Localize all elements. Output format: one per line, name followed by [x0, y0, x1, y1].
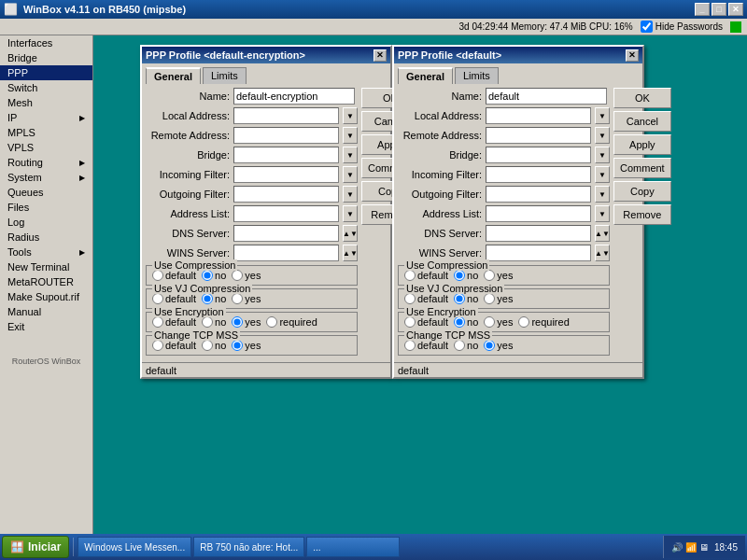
dialog1-close-btn[interactable]: ✕ — [374, 49, 387, 62]
dialog1-bridge-dropdown[interactable]: ▼ — [343, 147, 358, 163]
dialog2-cancel-button[interactable]: Cancel — [613, 111, 671, 132]
dialog1-incoming-dropdown[interactable]: ▼ — [343, 166, 358, 183]
dialog2-incoming-dropdown[interactable]: ▼ — [595, 166, 610, 183]
dialog1-local-dropdown[interactable]: ▼ — [343, 107, 358, 124]
dialog1-incoming-input[interactable] — [233, 166, 339, 183]
dialog1-compression-yes-radio[interactable] — [232, 270, 243, 281]
dialog2-outgoing-input[interactable] — [486, 186, 591, 203]
dialog1-mss-no-radio[interactable] — [202, 340, 213, 351]
taskbar-item-messenger[interactable]: Windows Live Messen... — [78, 537, 191, 557]
dialog2-remote-dropdown[interactable]: ▼ — [595, 127, 610, 144]
dialog2-mss-yes-radio[interactable] — [484, 340, 495, 351]
sidebar-item-vpls[interactable]: VPLS — [0, 140, 92, 155]
dialog2-wins-input[interactable] — [486, 245, 591, 261]
dialog1-compression-no-radio[interactable] — [202, 270, 213, 281]
dialog1-enc-yes-radio[interactable] — [232, 316, 243, 328]
dialog1-outgoing-input[interactable] — [233, 186, 339, 203]
dialog2-bridge-input[interactable] — [486, 147, 591, 163]
dialog1-vj-no-radio[interactable] — [202, 293, 213, 304]
sidebar-item-metarouter[interactable]: MetaROUTER — [0, 274, 92, 289]
dialog2-dns-dropdown[interactable]: ▲▼ — [595, 225, 610, 242]
dialog2-close-btn[interactable]: ✕ — [626, 49, 639, 62]
dialog2-mss-default-radio[interactable] — [404, 340, 416, 351]
dialog2-local-dropdown[interactable]: ▼ — [595, 107, 610, 124]
close-btn[interactable]: ✕ — [728, 3, 743, 16]
dialog1-wins-dropdown[interactable]: ▲▼ — [343, 245, 358, 261]
dialog2-vj-no-radio[interactable] — [454, 293, 465, 304]
sidebar-item-make-supout[interactable]: Make Supout.rif — [0, 289, 92, 304]
dialog1-tab-general[interactable]: General — [146, 67, 201, 84]
dialog1-tab-limits[interactable]: Limits — [203, 67, 247, 84]
dialog1-compression-default-radio[interactable] — [152, 270, 163, 281]
sidebar-item-ip[interactable]: IP ▶ — [0, 110, 92, 125]
sidebar-item-mesh[interactable]: Mesh — [0, 95, 92, 110]
sidebar-item-log[interactable]: Log — [0, 215, 92, 230]
dialog2-vj-default-radio[interactable] — [404, 293, 416, 304]
sidebar-item-manual[interactable]: Manual — [0, 304, 92, 319]
dialog1-bridge-input[interactable] — [233, 147, 339, 163]
sidebar-item-system[interactable]: System ▶ — [0, 170, 92, 185]
dialog2-remote-input[interactable] — [486, 127, 591, 144]
dialog2-wins-dropdown[interactable]: ▲▼ — [595, 245, 610, 261]
sidebar-item-queues[interactable]: Queues — [0, 185, 92, 200]
dialog2-enc-default-radio[interactable] — [404, 316, 416, 328]
taskbar-item-other[interactable]: ... — [306, 537, 400, 557]
dialog1-remote-dropdown[interactable]: ▼ — [343, 127, 358, 144]
sidebar-item-tools[interactable]: Tools ▶ — [0, 245, 92, 259]
dialog2-address-list-dropdown[interactable]: ▼ — [595, 205, 610, 222]
dialog2-outgoing-dropdown[interactable]: ▼ — [595, 186, 610, 203]
hide-passwords-checkbox[interactable] — [641, 21, 653, 33]
dialog2-mss-no-radio[interactable] — [454, 340, 465, 351]
sidebar-item-switch[interactable]: Switch — [0, 80, 92, 95]
sidebar-item-mpls[interactable]: MPLS — [0, 125, 92, 140]
dialog2-enc-yes-radio[interactable] — [484, 316, 495, 328]
dialog2-incoming-input[interactable] — [486, 166, 591, 183]
sidebar-item-files[interactable]: Files — [0, 200, 92, 215]
dialog2-compression-default-radio[interactable] — [404, 270, 416, 281]
dialog1-outgoing-dropdown[interactable]: ▼ — [343, 186, 358, 203]
dialog2-compression-no-radio[interactable] — [454, 270, 465, 281]
dialog1-vj-default-radio[interactable] — [152, 293, 163, 304]
dialog1-enc-no-radio[interactable] — [202, 316, 213, 328]
maximize-btn[interactable]: □ — [712, 3, 726, 16]
dialog2-name-input[interactable] — [486, 88, 607, 105]
dialog1-enc-default-radio[interactable] — [152, 316, 163, 328]
dialog1-local-input[interactable] — [233, 107, 339, 124]
sidebar-item-exit[interactable]: Exit — [0, 319, 92, 334]
dialog1-enc-required-radio[interactable] — [266, 316, 277, 328]
sidebar-item-radius[interactable]: Radius — [0, 230, 92, 245]
minimize-btn[interactable]: _ — [695, 3, 710, 16]
dialog2-bridge-dropdown[interactable]: ▼ — [595, 147, 610, 163]
dialog2-vj-yes-radio[interactable] — [484, 293, 495, 304]
dialog1-mss-default-radio[interactable] — [152, 340, 163, 351]
sidebar-item-bridge[interactable]: Bridge — [0, 50, 92, 65]
dialog2-apply-button[interactable]: Apply — [613, 134, 671, 155]
dialog2-compression-yes-radio[interactable] — [484, 270, 495, 281]
dialog2-remove-button[interactable]: Remove — [613, 204, 671, 225]
dialog1-remote-input[interactable] — [233, 127, 339, 144]
dialog1-mss-yes-radio[interactable] — [232, 340, 243, 351]
sidebar-item-interfaces[interactable]: Interfaces — [0, 35, 92, 50]
dialog2-enc-required-radio[interactable] — [518, 316, 529, 328]
dialog2-dns-input[interactable] — [486, 225, 591, 242]
dialog2-copy-button[interactable]: Copy — [613, 181, 671, 202]
sidebar-item-ppp[interactable]: PPP — [0, 65, 92, 80]
dialog2-local-input[interactable] — [486, 107, 591, 124]
dialog2-tab-limits[interactable]: Limits — [455, 67, 499, 84]
sidebar-item-routing[interactable]: Routing ▶ — [0, 155, 92, 170]
dialog2-comment-button[interactable]: Comment — [613, 158, 671, 178]
dialog1-vj-yes-radio[interactable] — [232, 293, 243, 304]
dialog1-address-list-input[interactable] — [233, 205, 339, 222]
taskbar-item-rb750[interactable]: RB 750 não abre: Hot... — [193, 537, 304, 557]
dialog1-name-input[interactable] — [233, 88, 355, 105]
dialog2-ok-button[interactable]: OK — [613, 88, 671, 108]
dialog1-address-list-dropdown[interactable]: ▼ — [343, 205, 358, 222]
start-button[interactable]: 🪟 Iniciar — [2, 536, 69, 558]
dialog1-wins-input[interactable] — [233, 245, 339, 261]
dialog1-dns-input[interactable] — [233, 225, 339, 242]
dialog2-tab-general[interactable]: General — [398, 67, 453, 84]
sidebar-item-new-terminal[interactable]: New Terminal — [0, 259, 92, 274]
dialog1-dns-dropdown[interactable]: ▲▼ — [343, 225, 358, 242]
dialog2-enc-no-radio[interactable] — [454, 316, 465, 328]
dialog2-address-list-input[interactable] — [486, 205, 591, 222]
